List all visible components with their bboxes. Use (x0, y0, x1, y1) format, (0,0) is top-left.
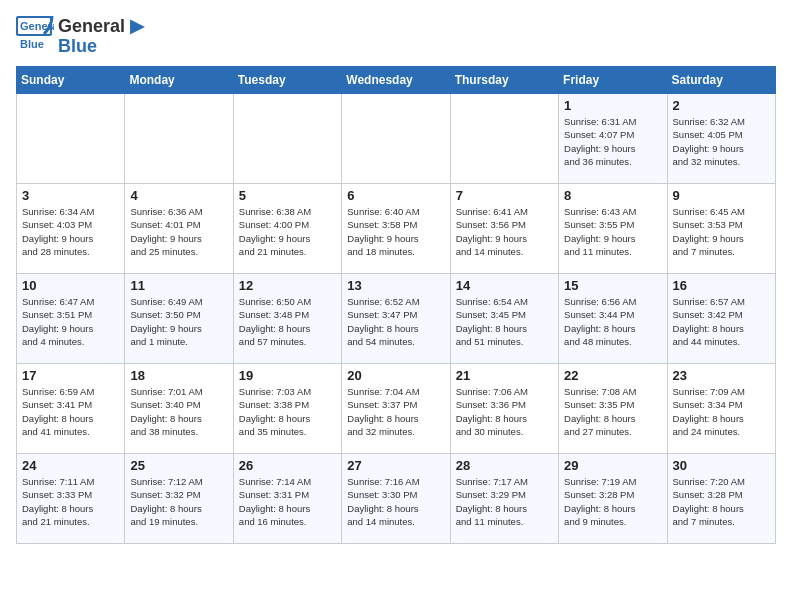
calendar-cell: 17Sunrise: 6:59 AM Sunset: 3:41 PM Dayli… (17, 364, 125, 454)
day-info: Sunrise: 7:14 AM Sunset: 3:31 PM Dayligh… (239, 475, 336, 528)
day-number: 23 (673, 368, 770, 383)
calendar-cell: 16Sunrise: 6:57 AM Sunset: 3:42 PM Dayli… (667, 274, 775, 364)
day-info: Sunrise: 6:49 AM Sunset: 3:50 PM Dayligh… (130, 295, 227, 348)
calendar-cell: 26Sunrise: 7:14 AM Sunset: 3:31 PM Dayli… (233, 454, 341, 544)
calendar-cell (450, 94, 558, 184)
logo: General Blue General ▶ Blue (16, 16, 144, 58)
day-number: 1 (564, 98, 661, 113)
day-info: Sunrise: 7:03 AM Sunset: 3:38 PM Dayligh… (239, 385, 336, 438)
calendar-cell: 5Sunrise: 6:38 AM Sunset: 4:00 PM Daylig… (233, 184, 341, 274)
day-info: Sunrise: 7:06 AM Sunset: 3:36 PM Dayligh… (456, 385, 553, 438)
day-number: 18 (130, 368, 227, 383)
column-header-friday: Friday (559, 67, 667, 94)
column-header-saturday: Saturday (667, 67, 775, 94)
day-info: Sunrise: 7:01 AM Sunset: 3:40 PM Dayligh… (130, 385, 227, 438)
calendar-cell: 30Sunrise: 7:20 AM Sunset: 3:28 PM Dayli… (667, 454, 775, 544)
calendar-cell: 20Sunrise: 7:04 AM Sunset: 3:37 PM Dayli… (342, 364, 450, 454)
calendar-cell: 8Sunrise: 6:43 AM Sunset: 3:55 PM Daylig… (559, 184, 667, 274)
calendar-cell: 6Sunrise: 6:40 AM Sunset: 3:58 PM Daylig… (342, 184, 450, 274)
day-number: 15 (564, 278, 661, 293)
calendar-cell: 11Sunrise: 6:49 AM Sunset: 3:50 PM Dayli… (125, 274, 233, 364)
calendar-cell: 24Sunrise: 7:11 AM Sunset: 3:33 PM Dayli… (17, 454, 125, 544)
calendar-cell (17, 94, 125, 184)
calendar-week-2: 3Sunrise: 6:34 AM Sunset: 4:03 PM Daylig… (17, 184, 776, 274)
day-number: 16 (673, 278, 770, 293)
day-info: Sunrise: 7:09 AM Sunset: 3:34 PM Dayligh… (673, 385, 770, 438)
day-info: Sunrise: 7:11 AM Sunset: 3:33 PM Dayligh… (22, 475, 119, 528)
calendar-cell: 2Sunrise: 6:32 AM Sunset: 4:05 PM Daylig… (667, 94, 775, 184)
day-info: Sunrise: 7:16 AM Sunset: 3:30 PM Dayligh… (347, 475, 444, 528)
day-number: 24 (22, 458, 119, 473)
calendar-cell: 15Sunrise: 6:56 AM Sunset: 3:44 PM Dayli… (559, 274, 667, 364)
day-number: 28 (456, 458, 553, 473)
svg-text:Blue: Blue (20, 38, 44, 50)
day-info: Sunrise: 6:59 AM Sunset: 3:41 PM Dayligh… (22, 385, 119, 438)
calendar-cell: 18Sunrise: 7:01 AM Sunset: 3:40 PM Dayli… (125, 364, 233, 454)
day-number: 10 (22, 278, 119, 293)
calendar-cell: 3Sunrise: 6:34 AM Sunset: 4:03 PM Daylig… (17, 184, 125, 274)
calendar-cell: 28Sunrise: 7:17 AM Sunset: 3:29 PM Dayli… (450, 454, 558, 544)
calendar-cell: 13Sunrise: 6:52 AM Sunset: 3:47 PM Dayli… (342, 274, 450, 364)
day-info: Sunrise: 7:20 AM Sunset: 3:28 PM Dayligh… (673, 475, 770, 528)
day-info: Sunrise: 7:12 AM Sunset: 3:32 PM Dayligh… (130, 475, 227, 528)
column-header-wednesday: Wednesday (342, 67, 450, 94)
column-header-thursday: Thursday (450, 67, 558, 94)
calendar-table: SundayMondayTuesdayWednesdayThursdayFrid… (16, 66, 776, 544)
day-number: 29 (564, 458, 661, 473)
day-number: 3 (22, 188, 119, 203)
day-number: 5 (239, 188, 336, 203)
column-header-sunday: Sunday (17, 67, 125, 94)
day-number: 12 (239, 278, 336, 293)
day-number: 19 (239, 368, 336, 383)
day-info: Sunrise: 6:43 AM Sunset: 3:55 PM Dayligh… (564, 205, 661, 258)
day-info: Sunrise: 6:50 AM Sunset: 3:48 PM Dayligh… (239, 295, 336, 348)
calendar-cell: 4Sunrise: 6:36 AM Sunset: 4:01 PM Daylig… (125, 184, 233, 274)
day-number: 11 (130, 278, 227, 293)
calendar-header-row: SundayMondayTuesdayWednesdayThursdayFrid… (17, 67, 776, 94)
day-info: Sunrise: 6:41 AM Sunset: 3:56 PM Dayligh… (456, 205, 553, 258)
calendar-cell: 25Sunrise: 7:12 AM Sunset: 3:32 PM Dayli… (125, 454, 233, 544)
day-number: 17 (22, 368, 119, 383)
day-info: Sunrise: 6:52 AM Sunset: 3:47 PM Dayligh… (347, 295, 444, 348)
calendar-week-1: 1Sunrise: 6:31 AM Sunset: 4:07 PM Daylig… (17, 94, 776, 184)
day-info: Sunrise: 6:40 AM Sunset: 3:58 PM Dayligh… (347, 205, 444, 258)
day-info: Sunrise: 7:08 AM Sunset: 3:35 PM Dayligh… (564, 385, 661, 438)
day-info: Sunrise: 6:57 AM Sunset: 3:42 PM Dayligh… (673, 295, 770, 348)
page-header: General Blue General ▶ Blue (16, 16, 776, 58)
day-info: Sunrise: 6:45 AM Sunset: 3:53 PM Dayligh… (673, 205, 770, 258)
calendar-cell: 22Sunrise: 7:08 AM Sunset: 3:35 PM Dayli… (559, 364, 667, 454)
day-info: Sunrise: 7:19 AM Sunset: 3:28 PM Dayligh… (564, 475, 661, 528)
calendar-cell: 12Sunrise: 6:50 AM Sunset: 3:48 PM Dayli… (233, 274, 341, 364)
day-info: Sunrise: 6:36 AM Sunset: 4:01 PM Dayligh… (130, 205, 227, 258)
calendar-cell: 19Sunrise: 7:03 AM Sunset: 3:38 PM Dayli… (233, 364, 341, 454)
column-header-tuesday: Tuesday (233, 67, 341, 94)
calendar-cell: 14Sunrise: 6:54 AM Sunset: 3:45 PM Dayli… (450, 274, 558, 364)
calendar-cell: 23Sunrise: 7:09 AM Sunset: 3:34 PM Dayli… (667, 364, 775, 454)
day-number: 9 (673, 188, 770, 203)
calendar-cell: 1Sunrise: 6:31 AM Sunset: 4:07 PM Daylig… (559, 94, 667, 184)
calendar-week-3: 10Sunrise: 6:47 AM Sunset: 3:51 PM Dayli… (17, 274, 776, 364)
calendar-cell (125, 94, 233, 184)
day-number: 4 (130, 188, 227, 203)
day-info: Sunrise: 6:32 AM Sunset: 4:05 PM Dayligh… (673, 115, 770, 168)
day-info: Sunrise: 6:54 AM Sunset: 3:45 PM Dayligh… (456, 295, 553, 348)
day-info: Sunrise: 7:17 AM Sunset: 3:29 PM Dayligh… (456, 475, 553, 528)
day-info: Sunrise: 6:47 AM Sunset: 3:51 PM Dayligh… (22, 295, 119, 348)
logo-icon: General Blue (16, 16, 54, 58)
day-number: 30 (673, 458, 770, 473)
day-number: 20 (347, 368, 444, 383)
calendar-cell: 10Sunrise: 6:47 AM Sunset: 3:51 PM Dayli… (17, 274, 125, 364)
calendar-week-5: 24Sunrise: 7:11 AM Sunset: 3:33 PM Dayli… (17, 454, 776, 544)
calendar-cell: 7Sunrise: 6:41 AM Sunset: 3:56 PM Daylig… (450, 184, 558, 274)
day-info: Sunrise: 6:31 AM Sunset: 4:07 PM Dayligh… (564, 115, 661, 168)
day-number: 7 (456, 188, 553, 203)
calendar-cell: 29Sunrise: 7:19 AM Sunset: 3:28 PM Dayli… (559, 454, 667, 544)
day-info: Sunrise: 7:04 AM Sunset: 3:37 PM Dayligh… (347, 385, 444, 438)
day-number: 27 (347, 458, 444, 473)
column-header-monday: Monday (125, 67, 233, 94)
day-info: Sunrise: 6:34 AM Sunset: 4:03 PM Dayligh… (22, 205, 119, 258)
calendar-week-4: 17Sunrise: 6:59 AM Sunset: 3:41 PM Dayli… (17, 364, 776, 454)
day-number: 21 (456, 368, 553, 383)
day-number: 22 (564, 368, 661, 383)
calendar-cell (233, 94, 341, 184)
